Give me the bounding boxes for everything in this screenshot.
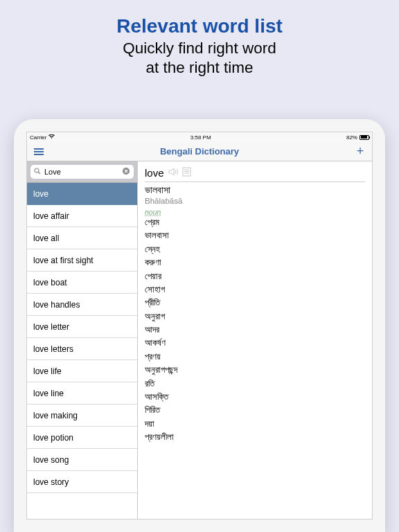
translation-item: পেয়ার [145, 270, 365, 283]
sidebar: lovelove affairlove alllove at first sig… [27, 161, 138, 519]
device-screen: Carrier 3:58 PM 82% Bengali Dictionary + [26, 132, 373, 520]
list-item[interactable]: love all [27, 227, 137, 249]
list-item[interactable]: love letters [27, 338, 137, 360]
translation-item: পিরিত [145, 404, 365, 417]
list-item[interactable]: love at first sight [27, 249, 137, 272]
translation-item: প্রণয় [145, 351, 365, 364]
translation-item: স্নেহ [145, 243, 365, 256]
promo-title: Relevant word list [14, 15, 385, 37]
transliteration: Bhālabāsā [145, 197, 365, 205]
headword: love [145, 167, 164, 179]
translation-item: রতি [145, 378, 365, 391]
app-title: Bengali Dictionary [160, 146, 239, 157]
device-frame: Carrier 3:58 PM 82% Bengali Dictionary + [14, 119, 385, 532]
document-icon[interactable] [182, 167, 191, 179]
list-item[interactable]: love handles [27, 294, 137, 316]
clear-icon[interactable] [122, 167, 130, 177]
list-item[interactable]: love letter [27, 316, 137, 338]
list-item[interactable]: love potion [27, 427, 137, 449]
translation-item: করুণা [145, 256, 365, 269]
battery-percent: 82% [346, 134, 357, 141]
translation-item: অনুরাগপছন্দ [145, 364, 365, 377]
list-item[interactable]: love making [27, 405, 137, 427]
translation-item: আসক্তি [145, 391, 365, 404]
search-bar [27, 161, 137, 183]
promo-header: Relevant word list Quickly find right wo… [0, 0, 399, 87]
hamburger-icon [34, 148, 44, 155]
list-item[interactable]: love affair [27, 205, 137, 227]
detail-pane: love ভালবাসা Bhālabāsā noun প্রেমভালবাসা… [138, 161, 372, 519]
divider [145, 181, 365, 182]
list-item[interactable]: love story [27, 471, 137, 493]
translation-item: আদর [145, 323, 365, 337]
carrier-label: Carrier [30, 134, 46, 141]
translation-item: সোহাগ [145, 283, 365, 296]
menu-button[interactable] [33, 144, 45, 159]
translation-item: প্রণয়লীলা [145, 431, 365, 444]
clock-label: 3:58 PM [190, 134, 211, 141]
translation-item: প্রীতি [145, 296, 365, 310]
word-list[interactable]: lovelove affairlove alllove at first sig… [27, 183, 137, 519]
list-item[interactable]: love line [27, 382, 137, 405]
list-item[interactable]: love life [27, 360, 137, 382]
translation-list: প্রেমভালবাসাস্নেহকরুণাপেয়ারসোহাগপ্রীতিঅ… [145, 216, 365, 444]
translation-item: ভালবাসা [145, 229, 365, 242]
svg-line-1 [38, 172, 40, 174]
wifi-icon [48, 134, 55, 141]
list-item[interactable]: love song [27, 449, 137, 471]
part-of-speech: noun [145, 208, 365, 216]
list-item[interactable]: love boat [27, 272, 137, 294]
main-translation: ভালবাসা [145, 185, 365, 196]
battery-icon [360, 135, 369, 140]
add-button[interactable]: + [354, 144, 366, 159]
translation-item: অনুরাগ [145, 310, 365, 323]
search-icon [34, 168, 41, 176]
promo-subtitle: Quickly find right word at the right tim… [14, 39, 385, 78]
translation-item: দয়া [145, 418, 365, 431]
speaker-icon[interactable] [168, 167, 179, 179]
translation-item: আকর্ষণ [145, 337, 365, 350]
svg-point-0 [35, 168, 39, 172]
nav-bar: Bengali Dictionary + [27, 142, 372, 161]
status-bar: Carrier 3:58 PM 82% [27, 132, 372, 142]
list-item[interactable]: love [27, 183, 137, 205]
translation-item: প্রেম [145, 216, 365, 229]
search-input[interactable] [44, 168, 118, 176]
